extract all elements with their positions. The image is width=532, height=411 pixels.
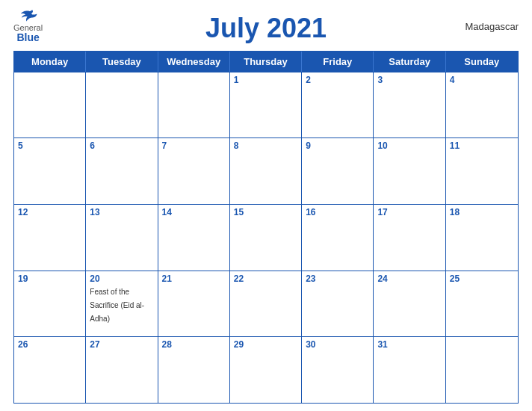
logo-bird-icon — [18, 9, 39, 22]
day-headers-row: Monday Tuesday Wednesday Thursday Friday… — [14, 52, 518, 72]
header-tuesday: Tuesday — [86, 52, 158, 72]
day-cell-23: 23 — [302, 271, 374, 337]
day-cell-21: 21 — [158, 271, 230, 337]
day-cell-empty — [86, 72, 158, 138]
header-saturday: Saturday — [374, 52, 445, 72]
day-cell-30: 30 — [302, 337, 374, 403]
header-sunday: Sunday — [446, 52, 518, 72]
day-cell-5: 5 — [14, 138, 86, 204]
day-cell-24: 24 — [374, 271, 445, 337]
day-cell-empty — [158, 72, 230, 138]
event-eid-al-adha: Feast of the Sacrifice (Eid al-Adha) — [90, 288, 144, 323]
day-cell-31: 31 — [374, 337, 445, 403]
day-cell-22: 22 — [230, 271, 302, 337]
logo: General Blue — [13, 9, 43, 43]
day-cell-16: 16 — [302, 205, 374, 271]
day-cell-12: 12 — [14, 205, 86, 271]
week-row-1: 1 2 3 4 — [14, 72, 518, 138]
day-cell-6: 6 — [86, 138, 158, 204]
calendar-container: General Blue July 2021 Madagascar Monday… — [0, 0, 532, 411]
week-row-3: 12 13 14 15 16 17 18 — [14, 204, 518, 271]
day-cell-7: 7 — [158, 138, 230, 204]
week-row-4: 19 20 Feast of the Sacrifice (Eid al-Adh… — [14, 271, 518, 337]
day-cell-19: 19 — [14, 271, 86, 337]
day-cell-27: 27 — [86, 337, 158, 403]
day-cell-4: 4 — [446, 72, 518, 138]
day-cell-11: 11 — [446, 138, 518, 204]
weeks-container: 1 2 3 4 5 6 7 8 9 10 11 12 13 14 15 16 — [14, 72, 518, 403]
calendar-title: July 2021 — [205, 13, 327, 43]
day-cell-14: 14 — [158, 205, 230, 271]
day-cell-28: 28 — [158, 337, 230, 403]
country-label: Madagascar — [465, 21, 519, 32]
day-cell-1: 1 — [230, 72, 302, 138]
week-row-2: 5 6 7 8 9 10 11 — [14, 137, 518, 204]
day-cell-18: 18 — [446, 205, 518, 271]
day-cell-empty — [14, 72, 86, 138]
calendar-grid: Monday Tuesday Wednesday Thursday Friday… — [13, 51, 519, 404]
day-cell-9: 9 — [302, 138, 374, 204]
header-wednesday: Wednesday — [158, 52, 230, 72]
day-cell-2: 2 — [302, 72, 374, 138]
day-cell-8: 8 — [230, 138, 302, 204]
calendar-header: General Blue July 2021 Madagascar — [13, 7, 519, 45]
day-cell-17: 17 — [374, 205, 445, 271]
day-cell-26: 26 — [14, 337, 86, 403]
day-cell-10: 10 — [374, 138, 445, 204]
day-cell-empty — [446, 337, 518, 403]
header-thursday: Thursday — [230, 52, 302, 72]
day-cell-25: 25 — [446, 271, 518, 337]
day-cell-13: 13 — [86, 205, 158, 271]
header-friday: Friday — [302, 52, 374, 72]
header-monday: Monday — [14, 52, 86, 72]
day-cell-29: 29 — [230, 337, 302, 403]
day-cell-20: 20 Feast of the Sacrifice (Eid al-Adha) — [86, 271, 158, 337]
day-cell-3: 3 — [374, 72, 445, 138]
day-cell-15: 15 — [230, 205, 302, 271]
week-row-5: 26 27 28 29 30 31 — [14, 336, 518, 403]
logo-blue: Blue — [16, 32, 39, 43]
